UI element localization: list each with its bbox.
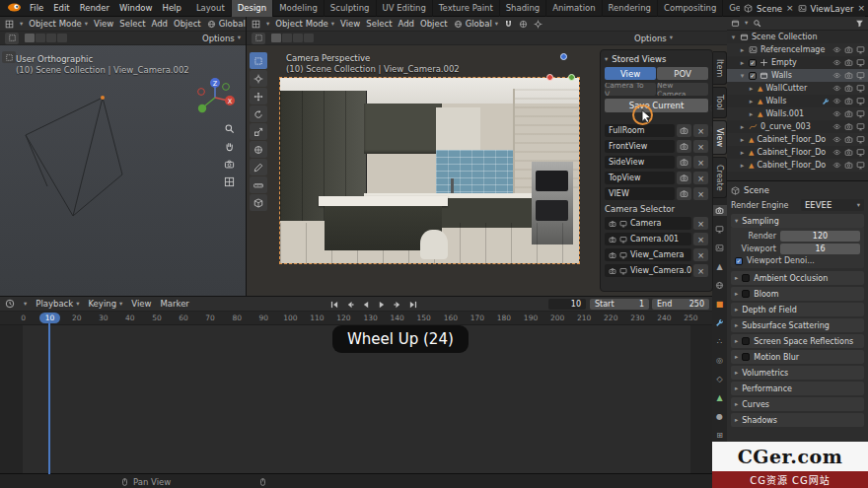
disable-render-camera-icon[interactable]: [844, 148, 853, 157]
object-data-properties-tab-icon[interactable]: ▲: [712, 392, 727, 403]
disable-viewport-icon[interactable]: [856, 58, 865, 67]
new-camera-button[interactable]: New Camera...: [657, 83, 708, 96]
delete-view-icon[interactable]: ×: [693, 172, 708, 184]
tab-uv-editing[interactable]: UV Editing: [377, 0, 433, 17]
transform-orientation-select[interactable]: Global▾: [454, 19, 498, 29]
disable-render-camera-icon[interactable]: [844, 109, 853, 118]
outliner-row-active[interactable]: ▾ ✓ Walls: [727, 69, 868, 82]
menu-edit[interactable]: Edit: [48, 3, 74, 13]
view-camera-icon[interactable]: [677, 140, 691, 153]
stored-view-name[interactable]: FrontView: [605, 140, 675, 153]
toolbar-select-tool[interactable]: [2, 51, 16, 63]
browse-scene-icon[interactable]: [744, 4, 753, 13]
delete-view-icon[interactable]: ×: [693, 156, 708, 169]
chevron-right-icon[interactable]: ▸: [739, 123, 746, 131]
outliner-row[interactable]: ▸ ▲ Walls: [727, 95, 868, 107]
jump-to-start-button[interactable]: [327, 299, 340, 310]
section-depth-of-field[interactable]: ▸Depth of Field: [731, 303, 864, 316]
render-samples-field[interactable]: 120: [780, 231, 860, 242]
view-camera-icon[interactable]: [677, 172, 691, 184]
hide-eye-icon[interactable]: [832, 135, 841, 144]
navigation-gizmo[interactable]: Z X: [193, 74, 237, 119]
disable-viewport-icon[interactable]: [856, 97, 865, 105]
section-bloom[interactable]: ▸Bloom: [731, 287, 864, 301]
camera-z-axis-dot[interactable]: [560, 53, 567, 60]
section-checkbox[interactable]: [742, 274, 750, 282]
delete-camera-icon[interactable]: ×: [693, 248, 708, 261]
chevron-right-icon[interactable]: ▸: [739, 162, 746, 170]
disable-viewport-icon[interactable]: [856, 148, 865, 157]
object-properties-tab-icon[interactable]: ■: [712, 299, 727, 310]
camera-to-view-button[interactable]: Camera To V...: [605, 83, 656, 96]
outliner-row[interactable]: ▸ ▲ WallCutter: [727, 82, 868, 95]
options-dropdown[interactable]: Options▾: [202, 34, 241, 43]
editor-type-icon[interactable]: [252, 20, 260, 29]
modifier-properties-tab-icon[interactable]: [712, 317, 727, 328]
active-tool-icon[interactable]: [252, 33, 265, 44]
pov-mode-button[interactable]: POV: [657, 67, 708, 80]
viewport-zoom-icon[interactable]: [224, 123, 235, 134]
tab-animation[interactable]: Animation: [546, 0, 602, 17]
menu-keying[interactable]: Keying▾: [88, 299, 122, 309]
tab-create[interactable]: Create: [713, 157, 727, 199]
delete-camera-icon[interactable]: ×: [693, 264, 708, 277]
outliner-row[interactable]: ▸ ReferenceImage: [727, 43, 868, 56]
menu-view[interactable]: View: [94, 19, 113, 29]
material-properties-tab-icon[interactable]: ●: [712, 411, 727, 422]
transform-orientation-select[interactable]: Global▾: [207, 19, 246, 29]
delete-view-icon[interactable]: ×: [693, 140, 708, 153]
camera-entry[interactable]: Camera: [605, 217, 691, 230]
section-checkbox[interactable]: [742, 353, 750, 361]
proportional-editing-icon[interactable]: [519, 20, 528, 29]
view-camera-icon[interactable]: [677, 156, 691, 169]
play-button[interactable]: [375, 299, 388, 310]
viewport-denoise-checkbox[interactable]: ✓: [735, 257, 743, 265]
browse-view-layer-icon[interactable]: [798, 4, 807, 13]
constraints-properties-tab-icon[interactable]: ◇: [712, 374, 727, 384]
delete-camera-icon[interactable]: ×: [693, 233, 708, 245]
particles-properties-tab-icon[interactable]: ∴: [712, 336, 727, 347]
output-properties-tab-icon[interactable]: [712, 224, 727, 235]
disable-viewport-icon[interactable]: [856, 84, 865, 93]
section-shadows[interactable]: ▸Shadows: [731, 413, 864, 427]
tab-modeling[interactable]: Modeling: [273, 0, 325, 17]
select-box-tool[interactable]: [250, 52, 267, 69]
disable-viewport-icon[interactable]: [856, 122, 865, 131]
disable-viewport-icon[interactable]: [856, 71, 865, 80]
play-reverse-button[interactable]: [359, 299, 372, 310]
editor-type-clock-icon[interactable]: [5, 299, 15, 309]
hide-eye-icon[interactable]: [832, 84, 841, 93]
disable-render-camera-icon[interactable]: [844, 122, 853, 131]
section-volumetrics[interactable]: ▸Volumetrics: [731, 366, 864, 380]
stored-view-name[interactable]: TopView: [605, 172, 675, 184]
sampling-section-header[interactable]: ▾ Sampling: [731, 214, 864, 228]
current-frame-indicator[interactable]: 10: [39, 313, 60, 323]
chevron-down-icon[interactable]: ▾: [730, 34, 737, 41]
timeline-ruler[interactable]: 0 10 20 30 40 50 60 70 80 90 100 110 120…: [0, 312, 712, 325]
view-camera-icon[interactable]: [677, 124, 691, 137]
next-keyframe-button[interactable]: [391, 299, 403, 310]
rotate-tool[interactable]: [250, 105, 267, 122]
disable-render-camera-icon[interactable]: [844, 161, 853, 170]
remove-view-layer-icon[interactable]: ×: [857, 4, 865, 13]
view-layer-name[interactable]: ViewLayer: [811, 4, 854, 14]
cursor-tool[interactable]: [250, 70, 267, 87]
section-curves[interactable]: ▸Curves: [731, 397, 864, 411]
unlink-scene-icon[interactable]: ×: [786, 4, 794, 13]
current-frame-field[interactable]: 10: [548, 299, 586, 310]
menu-select[interactable]: Select: [366, 19, 392, 29]
disable-render-camera-icon[interactable]: [844, 58, 853, 67]
tab-layout[interactable]: Layout: [190, 0, 232, 17]
prev-keyframe-button[interactable]: [343, 299, 356, 310]
select-mode-toggle[interactable]: [25, 34, 67, 42]
save-current-button[interactable]: Save Current: [605, 99, 708, 112]
snapping-magnet-icon[interactable]: [504, 20, 513, 29]
menu-render[interactable]: Render: [75, 3, 114, 13]
mode-select[interactable]: Object Mode▾: [275, 19, 334, 29]
section-performance[interactable]: ▸Performance: [731, 382, 864, 395]
editor-type-icon[interactable]: [731, 19, 740, 28]
hide-eye-icon[interactable]: [832, 58, 841, 67]
measure-tool[interactable]: [250, 176, 267, 193]
disable-render-camera-icon[interactable]: [844, 84, 853, 93]
menu-add[interactable]: Add: [398, 19, 413, 29]
